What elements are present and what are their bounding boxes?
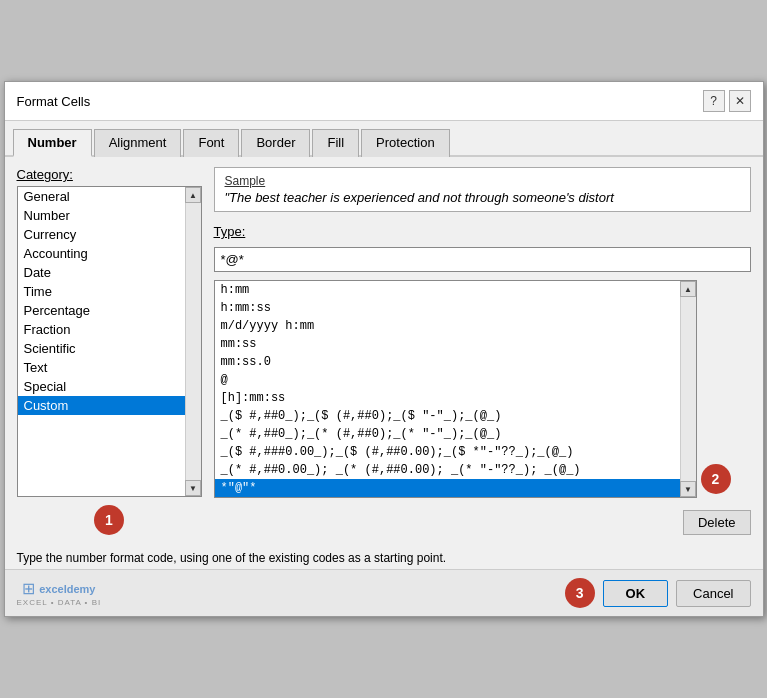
content-area: Category: General Number Currency Accoun… (5, 157, 763, 545)
dialog-title: Format Cells (17, 94, 91, 109)
category-item-number[interactable]: Number (18, 206, 185, 225)
badge-1: 1 (94, 505, 124, 535)
delete-row: Delete (214, 510, 751, 535)
category-item-scientific[interactable]: Scientific (18, 339, 185, 358)
type-input[interactable] (214, 247, 751, 272)
format-scroll-up[interactable]: ▲ (680, 281, 696, 297)
format-item-hmm[interactable]: h:mm (215, 281, 680, 299)
category-list: General Number Currency Accounting Date … (18, 187, 185, 496)
title-bar: Format Cells ? ✕ (5, 82, 763, 121)
cancel-button[interactable]: Cancel (676, 580, 750, 607)
format-item-mmss0[interactable]: mm:ss.0 (215, 353, 680, 371)
category-label: Category: (17, 167, 202, 182)
title-bar-buttons: ? ✕ (703, 90, 751, 112)
hint-text: Type the number format code, using one o… (5, 545, 763, 569)
format-item-accounting3[interactable]: _($ #,###0.00_);_($ (#,##0.00);_($ *"-"?… (215, 443, 680, 461)
format-item-mmss[interactable]: mm:ss (215, 335, 680, 353)
category-item-text[interactable]: Text (18, 358, 185, 377)
format-item-hmmss2[interactable]: [h]:mm:ss (215, 389, 680, 407)
tab-font[interactable]: Font (183, 129, 239, 157)
format-item-accounting4[interactable]: _(* #,##0.00_); _(* (#,##0.00); _(* "-"?… (215, 461, 680, 479)
scroll-track (186, 203, 201, 480)
tab-protection[interactable]: Protection (361, 129, 450, 157)
bottom-logo: ⊞ exceldemy EXCEL • DATA • BI (17, 579, 102, 607)
badge-2: 2 (701, 464, 731, 494)
format-scroll-track (681, 297, 696, 481)
tab-number[interactable]: Number (13, 129, 92, 157)
right-panel: Sample "The best teacher is experienced … (214, 167, 751, 535)
tab-border[interactable]: Border (241, 129, 310, 157)
category-item-percentage[interactable]: Percentage (18, 301, 185, 320)
category-item-special[interactable]: Special (18, 377, 185, 396)
format-list-outer: h:mm h:mm:ss m/d/yyyy h:mm mm:ss mm:ss.0… (214, 280, 751, 498)
help-button[interactable]: ? (703, 90, 725, 112)
format-item-accounting1[interactable]: _($ #,##0_);_($ (#,##0);_($ "-"_);_(@_) (215, 407, 680, 425)
format-item-hmmss[interactable]: h:mm:ss (215, 299, 680, 317)
logo-text: exceldemy (39, 583, 95, 595)
tabs-row: Number Alignment Font Border Fill Protec… (5, 121, 763, 157)
badge-3: 3 (565, 578, 595, 608)
category-item-date[interactable]: Date (18, 263, 185, 282)
category-scrollbar[interactable]: ▲ ▼ (185, 187, 201, 496)
category-item-currency[interactable]: Currency (18, 225, 185, 244)
category-item-general[interactable]: General (18, 187, 185, 206)
close-button[interactable]: ✕ (729, 90, 751, 112)
format-list: h:mm h:mm:ss m/d/yyyy h:mm mm:ss mm:ss.0… (215, 281, 680, 497)
format-scrollbar[interactable]: ▲ ▼ (680, 281, 696, 497)
type-label: Type: (214, 224, 751, 239)
ok-button[interactable]: OK (603, 580, 669, 607)
category-item-time[interactable]: Time (18, 282, 185, 301)
logo-icon: ⊞ (22, 579, 35, 598)
format-item-accounting2[interactable]: _(* #,##0_);_(* (#,##0);_(* "-"_);_(@_) (215, 425, 680, 443)
scroll-down-arrow[interactable]: ▼ (185, 480, 201, 496)
logo-sub: EXCEL • DATA • BI (17, 598, 102, 607)
format-item-mdyyyyhmm[interactable]: m/d/yyyy h:mm (215, 317, 680, 335)
sample-text: "The best teacher is experienced and not… (225, 190, 740, 205)
format-list-container: h:mm h:mm:ss m/d/yyyy h:mm mm:ss mm:ss.0… (214, 280, 697, 498)
category-item-fraction[interactable]: Fraction (18, 320, 185, 339)
category-list-container: General Number Currency Accounting Date … (17, 186, 202, 497)
category-item-accounting[interactable]: Accounting (18, 244, 185, 263)
bottom-bar: ⊞ exceldemy EXCEL • DATA • BI 3 OK Cance… (5, 569, 763, 616)
category-item-custom[interactable]: Custom (18, 396, 185, 415)
bottom-right: 3 OK Cancel (565, 578, 751, 608)
format-item-at[interactable]: @ (215, 371, 680, 389)
tab-alignment[interactable]: Alignment (94, 129, 182, 157)
delete-button[interactable]: Delete (683, 510, 751, 535)
sample-box: Sample "The best teacher is experienced … (214, 167, 751, 212)
format-item-selected[interactable]: *"@"* (215, 479, 680, 497)
sample-label: Sample (225, 174, 740, 188)
left-panel: Category: General Number Currency Accoun… (17, 167, 202, 535)
scroll-up-arrow[interactable]: ▲ (185, 187, 201, 203)
tab-fill[interactable]: Fill (312, 129, 359, 157)
format-cells-dialog: Format Cells ? ✕ Number Alignment Font B… (4, 81, 764, 617)
format-scroll-down[interactable]: ▼ (680, 481, 696, 497)
format-list-wrap: h:mm h:mm:ss m/d/yyyy h:mm mm:ss mm:ss.0… (214, 280, 697, 498)
